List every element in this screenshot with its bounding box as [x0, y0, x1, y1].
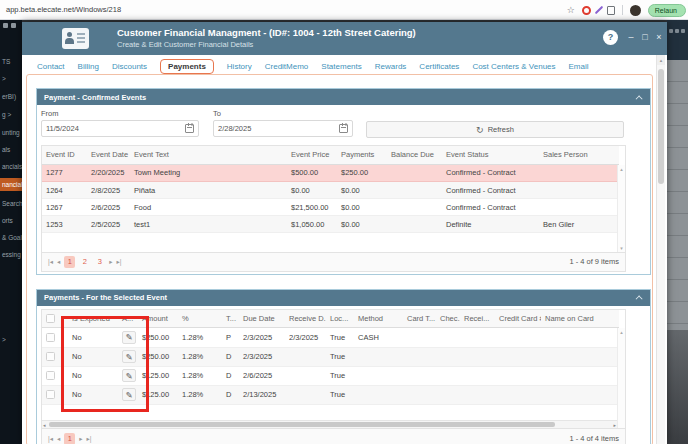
grid-horizontal-scrollbar[interactable]: ◂ ▸	[42, 420, 617, 428]
col-percent[interactable]: %	[178, 310, 222, 328]
calendar-icon[interactable]	[185, 124, 194, 133]
minimize-icon[interactable]: –	[625, 32, 637, 42]
url-text[interactable]: app.beta.elecate.net/Windows/218	[6, 5, 121, 14]
section1-header[interactable]: Payment - Confirmed Events	[37, 89, 650, 105]
sidebar-item[interactable]: Search	[2, 200, 22, 207]
sidebar-item[interactable]: als	[2, 146, 10, 153]
col-type[interactable]: T...	[222, 310, 239, 328]
sidebar-item[interactable]: >	[2, 75, 6, 82]
relaunch-button[interactable]: Relaun	[648, 4, 686, 17]
col-event-status[interactable]: Event Status	[442, 146, 539, 164]
scroll-down-icon[interactable]: ▾	[618, 245, 625, 251]
chevron-up-icon[interactable]	[636, 95, 643, 102]
scroll-up-icon[interactable]: ▴	[618, 329, 625, 335]
sidebar-item[interactable]: >	[2, 336, 6, 343]
window-vertical-scrollbar[interactable]: ▴	[656, 55, 665, 444]
section2-title: Payments - For the Selected Event	[44, 293, 167, 302]
col-event-date[interactable]: Event Date	[87, 146, 130, 164]
calendar-icon[interactable]	[339, 124, 348, 133]
extension-clipboard-icon[interactable]	[607, 6, 615, 15]
sidebar-item-active[interactable]: nancial	[0, 178, 22, 191]
extension-red-icon[interactable]	[582, 6, 591, 15]
col-check[interactable]: Chec...	[436, 310, 460, 328]
col-event-price[interactable]: Event Price	[287, 146, 337, 164]
tab-payments[interactable]: Payments	[160, 59, 214, 74]
tab-discounts[interactable]: Discounts	[112, 62, 147, 71]
last-page-icon[interactable]: ▸|	[116, 258, 121, 266]
tab-cost-centers-venues[interactable]: Cost Centers & Venues	[472, 62, 555, 71]
scroll-left-icon[interactable]: ◂	[43, 421, 46, 428]
section2-header[interactable]: Payments - For the Selected Event	[37, 290, 650, 306]
close-icon[interactable]: ×	[653, 32, 665, 42]
events-grid-pager: |◂ ◂ 1 2 3 ▸ ▸| 1 - 4 of 9 items	[42, 252, 625, 271]
prev-page-icon[interactable]: ◂	[57, 435, 60, 443]
table-row[interactable]: 12642/8/2025Piñata$0.00$0.00Confirmed - …	[42, 182, 619, 199]
col-due-date[interactable]: Due Date	[239, 310, 285, 328]
page-button[interactable]: 2	[79, 256, 90, 268]
row-checkbox[interactable]	[46, 371, 55, 380]
sidebar-item[interactable]: g >	[2, 111, 11, 118]
tab-history[interactable]: History	[227, 62, 252, 71]
background-glyph-icon	[681, 29, 685, 33]
col-event-text[interactable]: Event Text	[130, 146, 287, 164]
row-checkbox[interactable]	[46, 352, 55, 361]
pager-info: 1 - 4 of 4 items	[569, 434, 619, 443]
tab-certificates[interactable]: Certificates	[419, 62, 459, 71]
col-balance-due[interactable]: Balance Due	[387, 146, 442, 164]
next-page-icon[interactable]: ▸	[79, 435, 82, 443]
from-date-input[interactable]: 11/5/2024	[41, 120, 199, 137]
col-card-type[interactable]: Card T...	[403, 310, 436, 328]
page-button-current[interactable]: 1	[64, 433, 75, 444]
scroll-right-icon[interactable]: ▸	[613, 421, 616, 428]
col-loc[interactable]: Loc...	[326, 310, 354, 328]
scrollbar-thumb[interactable]	[658, 69, 664, 184]
tab-contact[interactable]: Contact	[37, 62, 65, 71]
sidebar-item[interactable]: & Goal	[2, 234, 22, 241]
col-receipt[interactable]: Recei...	[460, 310, 495, 328]
page-button-current[interactable]: 1	[64, 256, 75, 268]
extension-pen-icon[interactable]	[595, 6, 603, 14]
tab-billing[interactable]: Billing	[78, 62, 99, 71]
grid-vertical-scrollbar[interactable]: ▴ ▾	[617, 165, 625, 252]
col-sales-person[interactable]: Sales Person	[539, 146, 619, 164]
scroll-up-icon[interactable]: ▴	[618, 166, 625, 172]
scroll-up-icon[interactable]: ▴	[657, 55, 665, 65]
col-name-on-card[interactable]: Name on Card	[541, 310, 619, 328]
help-icon[interactable]: ?	[603, 30, 618, 45]
table-row[interactable]: 12772/20/2025Town Meeting$500.00$250.00C…	[42, 165, 619, 182]
select-all-checkbox[interactable]	[46, 314, 55, 323]
page-button[interactable]: 3	[94, 256, 105, 268]
first-page-icon[interactable]: |◂	[48, 435, 53, 443]
prev-page-icon[interactable]: ◂	[57, 258, 60, 266]
profile-avatar[interactable]	[630, 5, 641, 16]
tab-email[interactable]: Email	[569, 62, 589, 71]
chevron-up-icon[interactable]	[636, 295, 643, 302]
sidebar-item[interactable]: TS	[2, 58, 10, 65]
to-date-input[interactable]: 2/28/2025	[213, 120, 353, 137]
sidebar-item[interactable]: unting	[2, 129, 20, 136]
scrollbar-thumb[interactable]	[49, 422, 555, 427]
sidebar-item[interactable]: orts	[2, 217, 13, 224]
row-checkbox[interactable]	[46, 333, 55, 342]
col-receive-date[interactable]: Receive D...	[285, 310, 326, 328]
tab-rewards[interactable]: Rewards	[375, 62, 407, 71]
table-row[interactable]: 12532/5/2025test1$1,050.00$0.00DefiniteB…	[42, 216, 619, 233]
sidebar-item[interactable]: essing	[2, 251, 21, 258]
col-method[interactable]: Method	[354, 310, 403, 328]
maximize-icon[interactable]: □	[639, 32, 651, 42]
refresh-button[interactable]: ↻ Refresh	[366, 121, 624, 138]
col-payments[interactable]: Payments	[337, 146, 387, 164]
row-checkbox[interactable]	[46, 390, 55, 399]
bookmark-star-icon[interactable]: ☆	[567, 5, 575, 15]
first-page-icon[interactable]: |◂	[48, 258, 53, 266]
tab-statements[interactable]: Statements	[321, 62, 361, 71]
next-page-icon[interactable]: ▸	[109, 258, 112, 266]
sidebar-item[interactable]: erBI)	[2, 93, 16, 100]
col-event-id[interactable]: Event ID	[42, 146, 87, 164]
last-page-icon[interactable]: ▸|	[86, 435, 91, 443]
table-row[interactable]: 12672/6/2025Food$21,500.00$0.00Confirmed…	[42, 199, 619, 216]
grid-vertical-scrollbar[interactable]: ▴	[617, 328, 625, 428]
sidebar-item[interactable]: ancials	[2, 163, 22, 170]
col-credit-card[interactable]: Credit Card #	[495, 310, 541, 328]
tab-creditmemo[interactable]: CreditMemo	[265, 62, 309, 71]
